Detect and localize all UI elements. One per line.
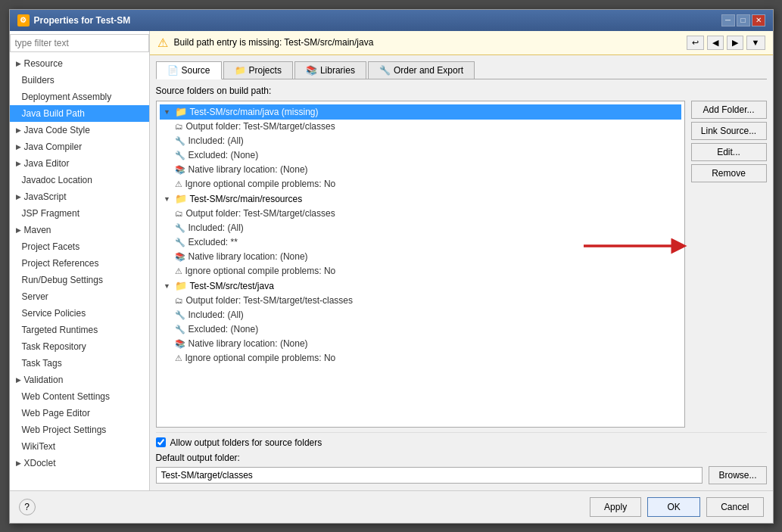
expand-btn-0[interactable]: ▼ xyxy=(163,107,172,117)
sidebar-item-run/debug-settings[interactable]: Run/Debug Settings xyxy=(10,272,149,288)
sidebar-item-task-tags[interactable]: Task Tags xyxy=(10,355,149,372)
sub-item-text-2-1: Included: (All) xyxy=(188,309,244,322)
sub-item-icon-2-2: 🔧 xyxy=(175,323,185,336)
sidebar-item-java-editor[interactable]: ▶Java Editor xyxy=(10,155,149,172)
tab-projects[interactable]: 📁Projects xyxy=(223,61,293,79)
sub-item-2-0[interactable]: 🗂Output folder: Test-SM/target/test-clas… xyxy=(175,294,681,308)
sidebar-item-project-references[interactable]: Project References xyxy=(10,255,149,272)
sidebar-item-wikitext[interactable]: WikiText xyxy=(10,438,149,455)
sub-item-0-1[interactable]: 🔧Included: (All) xyxy=(175,134,681,148)
sub-item-icon-1-2: 🔧 xyxy=(175,236,185,249)
sidebar-item-task-repository[interactable]: Task Repository xyxy=(10,338,149,355)
tree-item-0[interactable]: ▼📁Test-SM/src/main/java (missing) xyxy=(160,104,681,120)
tree-item-2[interactable]: ▼📁Test-SM/src/test/java xyxy=(160,278,681,294)
sub-item-icon-2-4: ⚠ xyxy=(175,352,182,365)
tree-item-label-0: Test-SM/src/main/java (missing) xyxy=(190,105,319,119)
sub-item-icon-1-0: 🗂 xyxy=(175,207,183,220)
sub-item-0-3[interactable]: 📚Native library location: (None) xyxy=(175,163,681,177)
warning-nav: ↩ ◀ ▶ ▼ xyxy=(687,36,765,50)
nav-next-button[interactable]: ▶ xyxy=(727,36,743,50)
sidebar-item-builders[interactable]: Builders xyxy=(10,72,149,89)
sidebar-item-java-compiler[interactable]: ▶Java Compiler xyxy=(10,138,149,155)
sub-item-1-3[interactable]: 📚Native library location: (None) xyxy=(175,250,681,264)
sidebar-item-web-content-settings[interactable]: Web Content Settings xyxy=(10,388,149,405)
sidebar-item-web-page-editor[interactable]: Web Page Editor xyxy=(10,405,149,422)
sidebar-item-project-facets[interactable]: Project Facets xyxy=(10,238,149,255)
tab-source[interactable]: 📄Source xyxy=(156,61,222,79)
sub-item-1-4[interactable]: ⚠Ignore optional compile problems: No xyxy=(175,264,681,278)
tree-children-0: 🗂Output folder: Test-SM/target/classes🔧I… xyxy=(175,120,681,191)
add-folder-button[interactable]: Add Folder... xyxy=(691,101,767,119)
order and export-tab-icon: 🔧 xyxy=(379,65,391,76)
projects-tab-icon: 📁 xyxy=(235,65,246,76)
nav-prev-button[interactable]: ◀ xyxy=(707,36,724,50)
expand-btn-1[interactable]: ▼ xyxy=(163,194,172,204)
expand-btn-2[interactable]: ▼ xyxy=(163,282,172,291)
sub-item-2-4[interactable]: ⚠Ignore optional compile problems: No xyxy=(175,351,681,366)
tree-node-1: ▼📁Test-SM/src/main/resources🗂Output fold… xyxy=(160,191,681,278)
remove-button[interactable]: Remove xyxy=(691,164,767,182)
link-source-button[interactable]: Link Source... xyxy=(691,122,767,140)
sidebar-item-jsp-fragment[interactable]: JSP Fragment xyxy=(10,205,149,222)
edit-button[interactable]: Edit... xyxy=(691,143,767,161)
sub-item-1-2[interactable]: 🔧Excluded: ** xyxy=(175,235,681,250)
title-controls: ─ □ ✕ xyxy=(721,14,765,26)
sub-item-1-0[interactable]: 🗂Output folder: Test-SM/target/classes xyxy=(175,207,681,221)
sub-item-1-1[interactable]: 🔧Included: (All) xyxy=(175,221,681,235)
tree-item-label-2: Test-SM/src/test/java xyxy=(190,279,274,293)
ok-button[interactable]: OK xyxy=(647,497,700,517)
sub-item-text-1-3: Native library location: (None) xyxy=(188,250,308,263)
dialog-footer: ? Apply OK Cancel xyxy=(10,490,773,523)
sub-item-2-2[interactable]: 🔧Excluded: (None) xyxy=(175,322,681,337)
sidebar-item-java-build-path[interactable]: Java Build Path xyxy=(10,105,149,122)
tree-buttons: Add Folder... Link Source... Edit... Rem… xyxy=(691,101,767,428)
close-button[interactable]: ✕ xyxy=(752,14,765,26)
sub-item-text-2-3: Native library location: (None) xyxy=(188,338,308,350)
tab-libraries[interactable]: 📚Libraries xyxy=(294,61,366,79)
dialog-icon: ⚙ xyxy=(17,14,30,26)
tree-node-0: ▼📁Test-SM/src/main/java (missing)🗂Output… xyxy=(160,104,681,191)
sub-item-text-0-1: Included: (All) xyxy=(188,135,244,148)
sub-item-icon-2-0: 🗂 xyxy=(175,294,183,307)
sub-item-text-0-4: Ignore optional compile problems: No xyxy=(185,178,336,191)
tab-order-and-export[interactable]: 🔧Order and Export xyxy=(368,61,475,79)
sidebar-item-javadoc-location[interactable]: Javadoc Location xyxy=(10,172,149,188)
allow-output-checkbox[interactable] xyxy=(156,437,166,447)
filter-input[interactable] xyxy=(10,34,149,52)
sub-item-2-3[interactable]: 📚Native library location: (None) xyxy=(175,337,681,351)
default-output-input[interactable] xyxy=(156,467,703,484)
sidebar-item-service-policies[interactable]: Service Policies xyxy=(10,305,149,322)
sub-item-2-1[interactable]: 🔧Included: (All) xyxy=(175,308,681,322)
sub-item-icon-0-3: 📚 xyxy=(175,163,185,176)
sidebar-item-server[interactable]: Server xyxy=(10,288,149,305)
folder-icon-1: 📁 xyxy=(175,192,187,206)
nav-dropdown-button[interactable]: ▼ xyxy=(746,36,765,50)
help-button[interactable]: ? xyxy=(19,499,36,515)
browse-button[interactable]: Browse... xyxy=(709,466,766,484)
tree-node-2: ▼📁Test-SM/src/test/java🗂Output folder: T… xyxy=(160,278,681,366)
sidebar-item-xdoclet[interactable]: ▶XDoclet xyxy=(10,455,149,471)
tree-item-1[interactable]: ▼📁Test-SM/src/main/resources xyxy=(160,191,681,207)
sidebar-item-java-code-style[interactable]: ▶Java Code Style xyxy=(10,122,149,138)
sidebar-item-validation[interactable]: ▶Validation xyxy=(10,372,149,388)
sub-item-text-0-0: Output folder: Test-SM/target/classes xyxy=(186,120,335,133)
tree-children-2: 🗂Output folder: Test-SM/target/test-clas… xyxy=(175,294,681,366)
sub-item-0-0[interactable]: 🗂Output folder: Test-SM/target/classes xyxy=(175,120,681,134)
default-output-label: Default output folder: xyxy=(156,453,767,463)
sidebar-item-targeted-runtimes[interactable]: Targeted Runtimes xyxy=(10,322,149,338)
sidebar-item-javascript[interactable]: ▶JavaScript xyxy=(10,188,149,205)
sidebar-item-resource[interactable]: ▶Resource xyxy=(10,55,149,72)
sidebar-item-maven[interactable]: ▶Maven xyxy=(10,222,149,238)
sidebar-item-deployment-assembly[interactable]: Deployment Assembly xyxy=(10,89,149,105)
nav-back-button[interactable]: ↩ xyxy=(687,36,704,50)
sub-item-0-4[interactable]: ⚠Ignore optional compile problems: No xyxy=(175,177,681,191)
sub-item-text-1-1: Included: (All) xyxy=(188,222,244,235)
sub-item-0-2[interactable]: 🔧Excluded: (None) xyxy=(175,148,681,163)
minimize-button[interactable]: ─ xyxy=(721,14,735,26)
cancel-button[interactable]: Cancel xyxy=(706,497,763,517)
sub-item-icon-2-3: 📚 xyxy=(175,338,185,350)
sub-item-text-1-0: Output folder: Test-SM/target/classes xyxy=(186,207,335,220)
apply-button[interactable]: Apply xyxy=(590,497,641,517)
maximize-button[interactable]: □ xyxy=(737,14,750,26)
sidebar-item-web-project-settings[interactable]: Web Project Settings xyxy=(10,422,149,438)
